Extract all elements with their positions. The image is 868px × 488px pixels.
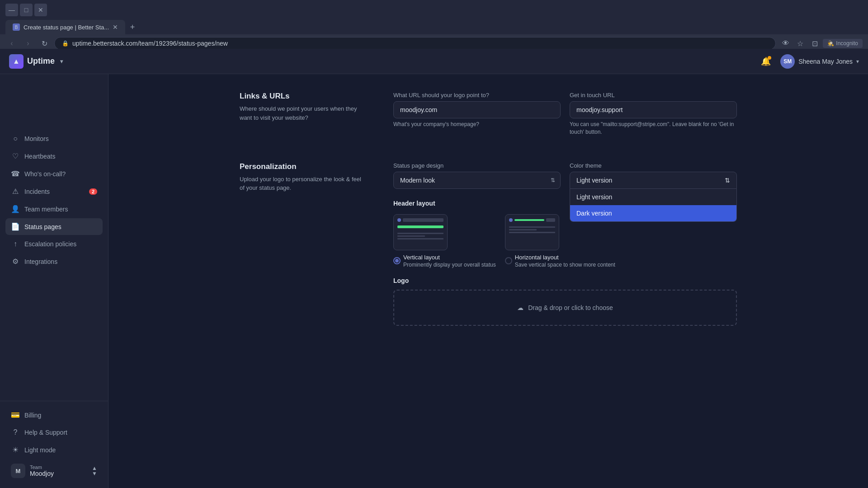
links-urls-title: Links & URLs	[240, 92, 366, 101]
design-theme-row: Status page design Modern look Classic l…	[393, 162, 737, 189]
security-lock-icon: 🔒	[62, 40, 69, 47]
team-avatar: M	[11, 464, 25, 478]
logo-upload-section: Logo ☁ Drag & drop or click to choose	[393, 277, 737, 326]
sidebar-item-label: Monitors	[24, 135, 49, 142]
light-mode-icon: ☀	[11, 446, 20, 454]
design-select-wrapper: Modern look Classic look	[393, 172, 561, 189]
user-profile[interactable]: SM Sheena May Jones ▾	[780, 54, 859, 69]
forward-button[interactable]: ›	[22, 37, 34, 50]
user-avatar: SM	[780, 54, 795, 69]
logo-url-label: What URL should your logo point to?	[393, 92, 561, 99]
app-container: ▲ Uptime ▾ 🔔 SM Sheena May Jones ▾	[0, 53, 868, 488]
dropdown-option-light[interactable]: Light version	[570, 189, 736, 205]
sidebar-item-incidents[interactable]: ⚠ Incidents 2	[5, 183, 103, 200]
team-section[interactable]: M Team Moodjoy ▲ ▼	[5, 459, 103, 483]
sidebar-item-integrations[interactable]: ⚙ Integrations	[5, 253, 103, 270]
minimize-button[interactable]: —	[5, 4, 18, 16]
vertical-layout-radio[interactable]	[393, 257, 401, 264]
design-col: Status page design Modern look Classic l…	[393, 162, 561, 189]
get-in-touch-group: Get in touch URL You can use "mailto:sup…	[570, 92, 737, 136]
team-chevrons-icon: ▲ ▼	[92, 465, 97, 476]
browser-toolbar-right: 👁 ☆ ⊡ 🕵 Incognito	[779, 37, 863, 50]
layout-options: Vertical layout Prominently display your…	[393, 214, 737, 268]
app-logo[interactable]: ▲ Uptime ▾	[9, 54, 63, 69]
sidebar-item-heartbeats[interactable]: ♡ Heartbeats	[5, 148, 103, 164]
sidebar-item-whos-on-call[interactable]: ☎ Who's on-call?	[5, 165, 103, 182]
sidebar-item-billing[interactable]: 💳 Billing	[5, 407, 103, 423]
horizontal-layout-radio[interactable]	[505, 257, 512, 264]
url-form-row: What URL should your logo point to? What…	[393, 92, 737, 136]
vertical-layout-preview	[393, 214, 448, 250]
new-tab-button[interactable]: +	[126, 21, 139, 33]
personalization-title: Personalization	[240, 162, 366, 171]
sidebar-item-label: Light mode	[24, 446, 56, 454]
help-icon: ?	[11, 428, 20, 436]
sidebar-item-label: Incidents	[24, 188, 50, 195]
sidebar-item-monitors[interactable]: ○ Monitors	[5, 131, 103, 147]
logo-upload-area[interactable]: ☁ Drag & drop or click to choose	[393, 290, 737, 326]
active-tab[interactable]: B Create status page | Better Sta... ✕	[5, 20, 125, 34]
color-theme-trigger[interactable]: Light version ⇅	[570, 172, 737, 189]
design-select[interactable]: Modern look Classic look	[393, 172, 561, 189]
logo-url-input[interactable]	[393, 101, 561, 118]
links-urls-desc: Where should we point your users when th…	[240, 104, 366, 122]
upload-icon: ☁	[517, 304, 524, 311]
incognito-label: Incognito	[836, 40, 858, 47]
links-urls-section: Links & URLs Where should we point your …	[240, 92, 737, 140]
get-in-touch-label: Get in touch URL	[570, 92, 737, 99]
back-button[interactable]: ‹	[5, 37, 18, 50]
color-theme-value: Light version	[576, 177, 612, 184]
monitors-icon: ○	[11, 135, 20, 143]
personalization-section-left: Personalization Upload your logo to pers…	[240, 162, 366, 326]
split-screen-icon[interactable]: ⊡	[808, 37, 821, 50]
tab-close-button[interactable]: ✕	[113, 23, 118, 31]
tab-favicon: B	[13, 23, 20, 31]
personalization-section: Personalization Upload your logo to pers…	[240, 162, 737, 326]
section-right: What URL should your logo point to? What…	[393, 92, 737, 140]
sidebar-item-team-members[interactable]: 👤 Team members	[5, 201, 103, 217]
personalization-section-right: Status page design Modern look Classic l…	[393, 162, 737, 326]
dropdown-option-dark[interactable]: Dark version	[570, 205, 736, 221]
heartbeats-icon: ♡	[11, 152, 20, 160]
notifications-button[interactable]: 🔔	[759, 54, 773, 69]
close-button[interactable]: ✕	[34, 4, 47, 16]
get-in-touch-hint: You can use "mailto:support@stripe.com".…	[570, 121, 737, 136]
sidebar-nav: ○ Monitors ♡ Heartbeats ☎ Who's on-call?…	[0, 127, 108, 401]
color-theme-col: Color theme Light version ⇅ Light versio…	[570, 162, 737, 189]
star-icon[interactable]: ☆	[794, 37, 807, 50]
sidebar-item-label: Escalation policies	[24, 240, 76, 248]
design-label: Status page design	[393, 162, 561, 169]
team-members-icon: 👤	[11, 205, 20, 213]
whos-on-call-icon: ☎	[11, 169, 20, 178]
refresh-button[interactable]: ↻	[38, 37, 51, 50]
content-area: Links & URLs Where should we point your …	[240, 78, 737, 326]
sidebar-item-label: Help & Support	[24, 429, 67, 436]
billing-icon: 💳	[11, 411, 20, 419]
color-theme-label: Color theme	[570, 162, 737, 169]
tab-title: Create status page | Better Sta...	[24, 24, 109, 31]
sidebar-item-help-support[interactable]: ? Help & Support	[5, 424, 103, 441]
get-in-touch-input[interactable]	[570, 101, 737, 118]
logo-text: Uptime	[27, 56, 55, 66]
horizontal-layout-preview	[505, 214, 559, 250]
personalization-desc: Upload your logo to personalize the look…	[240, 175, 366, 192]
sidebar-item-label: Status pages	[24, 223, 61, 230]
incognito-icon: 🕵	[827, 40, 834, 47]
sidebar-item-light-mode[interactable]: ☀ Light mode	[5, 441, 103, 458]
address-bar[interactable]: 🔒 uptime.betterstack.com/team/192396/sta…	[54, 37, 776, 50]
upload-text: Drag & drop or click to choose	[528, 304, 613, 311]
logo-upload-title: Logo	[393, 277, 737, 284]
sidebar-item-label: Billing	[24, 412, 41, 419]
sidebar-item-label: Integrations	[24, 258, 57, 265]
sidebar-item-label: Heartbeats	[24, 153, 55, 160]
vertical-layout-info: Vertical layout Prominently display your…	[393, 254, 496, 268]
maximize-button[interactable]: □	[20, 4, 33, 16]
sidebar-item-status-pages[interactable]: 📄 Status pages	[5, 218, 103, 235]
incognito-badge: 🕵 Incognito	[823, 39, 863, 48]
header-right: 🔔 SM Sheena May Jones ▾	[759, 54, 859, 69]
horizontal-layout-info: Horizontal layout Save vertical space to…	[505, 254, 615, 268]
sidebar-bottom: 💳 Billing ? Help & Support ☀ Light mode …	[0, 401, 108, 488]
color-theme-dropdown: Light version ⇅ Light version Dark versi…	[570, 172, 737, 189]
sidebar-item-escalation-policies[interactable]: ↑ Escalation policies	[5, 236, 103, 252]
eye-slash-icon[interactable]: 👁	[779, 37, 792, 50]
